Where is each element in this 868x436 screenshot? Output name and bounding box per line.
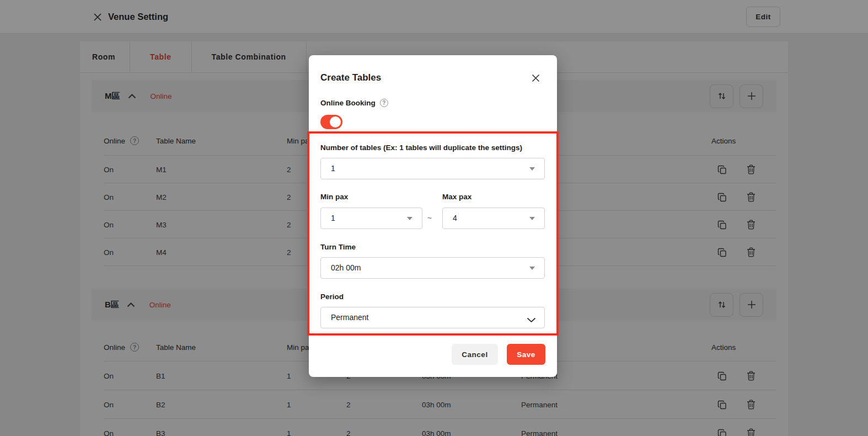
cancel-button[interactable]: Cancel [452, 344, 498, 365]
max-pax-label: Max pax [442, 193, 471, 201]
caret-down-icon [529, 267, 535, 270]
caret-down-icon [529, 217, 535, 220]
help-icon[interactable]: ? [380, 99, 388, 107]
period-select[interactable]: Permanent [320, 307, 545, 328]
online-booking-toggle[interactable] [320, 115, 342, 129]
number-of-tables-label: Number of tables (Ex: 1 tables will dupl… [320, 143, 522, 152]
number-of-tables-select[interactable]: 1 [320, 158, 545, 179]
caret-down-icon [407, 217, 412, 220]
chevron-down-icon [527, 315, 536, 325]
min-pax-select[interactable]: 1 [320, 208, 422, 229]
turn-time-label: Turn Time [320, 243, 356, 251]
toggle-knob [330, 116, 341, 127]
tilde-separator: ~ [427, 214, 432, 222]
online-booking-label: Online Booking [320, 99, 376, 107]
max-pax-select[interactable]: 4 [442, 208, 545, 229]
close-icon[interactable] [531, 73, 541, 83]
modal-title: Create Tables [320, 72, 381, 83]
turn-time-select[interactable]: 02h 00m [320, 257, 545, 279]
venue-setting-screen: Venue Setting Edit Room Table Table Comb… [0, 0, 868, 436]
save-button[interactable]: Save [507, 344, 545, 365]
create-tables-modal: Create Tables Online Booking? Number of … [309, 55, 557, 377]
min-pax-label: Min pax [320, 193, 348, 201]
caret-down-icon [529, 167, 535, 171]
period-label: Period [320, 293, 344, 301]
